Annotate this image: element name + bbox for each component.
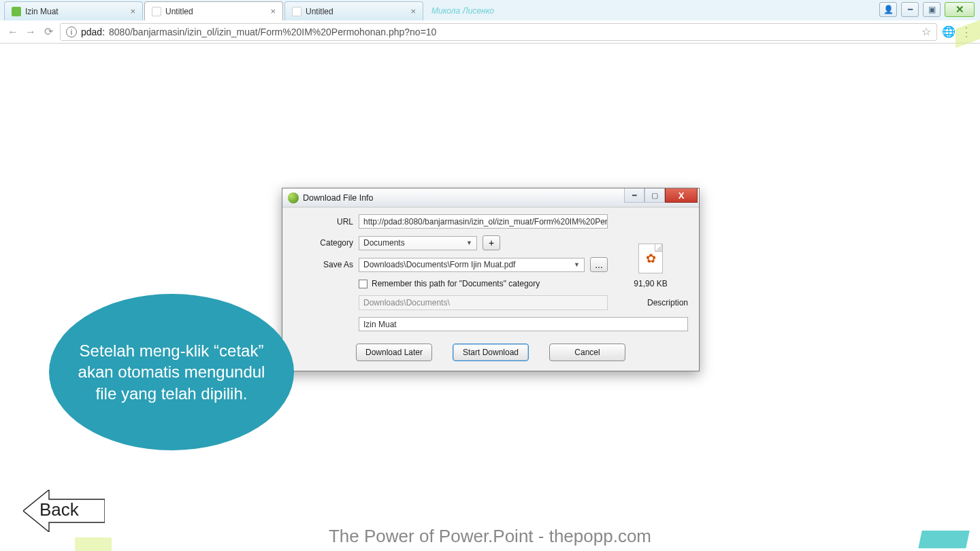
ghost-tab-label: Микола Лисенко (431, 6, 494, 16)
fullscreen-button[interactable]: ✕ (945, 2, 975, 17)
url-host: pdad: (81, 27, 105, 37)
button-label: Cancel (574, 348, 600, 357)
footer-credit: The Power of Power.Point - thepopp.com (0, 526, 980, 547)
remember-path-checkbox[interactable]: Remember this path for "Documents" categ… (359, 279, 608, 288)
tab-label: Untitled (165, 7, 266, 16)
ghost-tab: Микола Лисенко (425, 1, 547, 20)
idm-logo-icon (288, 193, 299, 203)
minimize-button[interactable]: ━ (901, 2, 919, 17)
browser-tab-0[interactable]: Izin Muat × (4, 1, 143, 20)
category-select[interactable]: Documents ▼ (359, 236, 477, 250)
instruction-callout: Setelah meng-klik “cetak” akan otomatis … (49, 294, 294, 450)
ellipsis-icon: ... (595, 259, 603, 270)
category-value: Documents (363, 238, 405, 248)
description-label: Description (613, 298, 688, 307)
description-field[interactable]: Izin Muat (359, 317, 688, 331)
tab-favicon-icon (12, 7, 21, 16)
remember-label: Remember this path for "Documents" categ… (372, 279, 540, 288)
url-value: http://pdad:8080/banjarmasin/izin_ol/izi… (363, 217, 608, 227)
tab-strip: Izin Muat × Untitled × Untitled × Микола… (0, 0, 980, 20)
tab-favicon-icon (292, 7, 301, 16)
browse-button[interactable]: ... (590, 257, 608, 272)
url-input[interactable]: i pdad: 8080/banjarmasin/izin_ol/izin_mu… (60, 23, 937, 41)
url-label: URL (293, 217, 353, 227)
browser-tab-1[interactable]: Untitled × (144, 1, 283, 20)
browser-tab-2[interactable]: Untitled × (284, 1, 423, 20)
callout-text: Setelah meng-klik “cetak” akan otomatis … (76, 340, 267, 404)
tab-close-icon[interactable]: × (270, 7, 276, 16)
file-type-icon: ✿ (638, 244, 663, 273)
dialog-minimize-button[interactable]: ━ (624, 188, 644, 203)
path-hint: Downloads\Documents\ (359, 295, 608, 310)
dialog-maximize-button[interactable]: ▢ (644, 188, 665, 203)
tab-label: Untitled (306, 7, 406, 16)
button-label: Start Download (463, 348, 519, 357)
cancel-button[interactable]: Cancel (549, 344, 625, 361)
add-category-button[interactable]: + (483, 235, 500, 250)
save-as-label: Save As (293, 260, 353, 269)
address-bar: ← → ⟳ i pdad: 8080/banjarmasin/izin_ol/i… (0, 20, 980, 44)
tab-close-icon[interactable]: × (410, 7, 416, 16)
path-hint-value: Downloads\Documents\ (363, 298, 450, 307)
file-preview: ✿ 91,90 KB (613, 214, 688, 288)
forward-icon[interactable]: → (24, 26, 37, 38)
file-size: 91,90 KB (634, 279, 667, 288)
back-label: Back (39, 499, 79, 520)
save-as-field[interactable]: Downloads\Documents\Form Ijin Muat.pdf ▼ (359, 258, 585, 272)
user-icon[interactable]: 👤 (879, 2, 897, 17)
plus-icon: + (489, 237, 494, 248)
tab-favicon-icon (152, 7, 161, 16)
dialog-title: Download File Info (303, 193, 374, 203)
url-field[interactable]: http://pdad:8080/banjarmasin/izin_ol/izi… (359, 214, 608, 229)
chevron-down-icon: ▼ (466, 239, 472, 246)
reload-icon[interactable]: ⟳ (42, 26, 54, 38)
start-download-button[interactable]: Start Download (453, 344, 529, 361)
url-path: 8080/banjarmasin/izin_ol/izin_muat/Form%… (109, 27, 436, 37)
category-label: Category (293, 238, 353, 248)
extension-icon[interactable]: 🌐 (943, 26, 955, 38)
window-controls: 👤 ━ ▣ ✕ (879, 2, 975, 17)
chevron-down-icon: ▼ (574, 261, 580, 268)
checkbox-icon (359, 280, 368, 288)
maximize-button[interactable]: ▣ (923, 2, 941, 17)
bookmark-star-icon[interactable]: ☆ (921, 25, 931, 38)
description-value: Izin Muat (363, 320, 397, 329)
dialog-titlebar[interactable]: Download File Info ━ ▢ X (282, 188, 699, 207)
download-dialog: Download File Info ━ ▢ X URL http://pdad… (282, 188, 700, 371)
button-label: Download Later (365, 348, 423, 357)
tab-close-icon[interactable]: × (130, 7, 135, 16)
site-info-icon[interactable]: i (66, 27, 77, 37)
tab-label: Izin Muat (25, 7, 126, 16)
save-as-value: Downloads\Documents\Form Ijin Muat.pdf (363, 260, 515, 269)
back-icon[interactable]: ← (7, 26, 19, 38)
download-later-button[interactable]: Download Later (356, 344, 432, 361)
dialog-close-button[interactable]: X (665, 188, 698, 203)
